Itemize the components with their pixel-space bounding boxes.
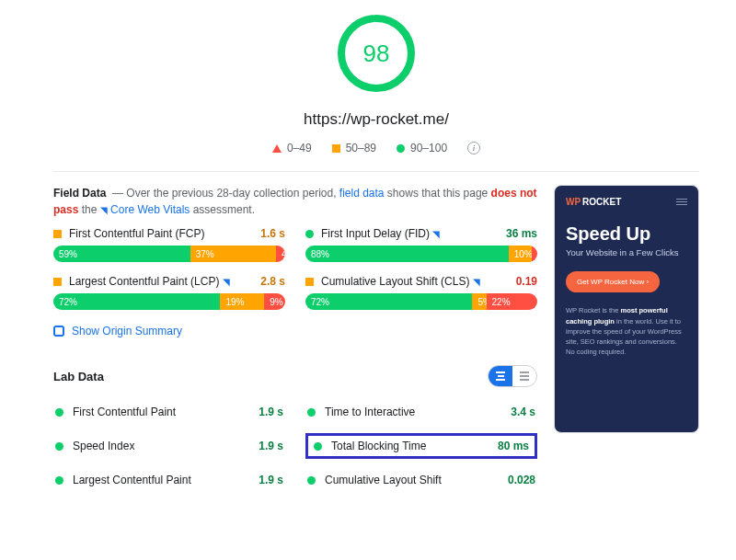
distribution-bar: 59%37%4% [53, 246, 285, 262]
metric-value: 1.9 s [259, 440, 283, 452]
field-metrics-grid: First Contentful Paint (FCP) 1.6 s 59%37… [53, 227, 537, 310]
phone-description: WP Rocket is the most powerful caching p… [566, 305, 687, 357]
field-metric: Cumulative Layout Shift (CLS) ◥ 0.19 72%… [305, 275, 537, 310]
view-toggle[interactable] [488, 365, 537, 387]
legend-poor: 0–49 [272, 142, 312, 154]
metric-value: 80 ms [498, 440, 529, 452]
field-metric: First Contentful Paint (FCP) 1.6 s 59%37… [53, 227, 285, 262]
device-preview: WP ROCKET Speed Up Your Website in a Few… [554, 185, 699, 490]
score-legend: 0–49 50–89 90–100 i [53, 142, 699, 154]
legend-good: 90–100 [397, 142, 447, 154]
lab-data-title: Lab Data [53, 370, 104, 383]
metric-value: 2.8 s [260, 275, 285, 288]
metric-value: 1.9 s [259, 474, 283, 486]
metric-name: Largest Contentful Paint (LCP) ◥ [69, 275, 253, 288]
metric-name: Cumulative Layout Shift (CLS) ◥ [321, 275, 509, 288]
status-marker-icon [53, 230, 62, 238]
flag-icon: ◥ [100, 205, 108, 215]
triangle-red-icon [272, 144, 282, 153]
circle-green-icon [55, 408, 63, 417]
flag-icon: ◥ [473, 277, 480, 287]
divider [53, 171, 699, 172]
lab-data-header: Lab Data [53, 365, 537, 387]
flag-icon: ◥ [432, 229, 440, 239]
show-origin-summary-button[interactable]: Show Origin Summary [53, 325, 537, 337]
metric-value: 36 ms [506, 227, 537, 240]
toggle-expanded[interactable] [512, 366, 536, 386]
metric-value: 0.19 [516, 275, 537, 288]
tested-url: https://wp-rocket.me/ [53, 110, 699, 129]
metric-name: Total Blocking Time [331, 440, 489, 452]
metric-value: 1.6 s [260, 227, 285, 240]
square-orange-icon [332, 144, 340, 153]
metric-name: First Input Delay (FID) ◥ [321, 227, 499, 240]
metric-name: First Contentful Paint (FCP) [69, 227, 253, 240]
field-data-link[interactable]: field data [339, 187, 385, 200]
wp-rocket-logo: WP ROCKET [566, 197, 621, 207]
circle-green-icon [55, 476, 63, 485]
metric-name: Speed Index [73, 440, 249, 452]
score-value: 98 [363, 40, 390, 68]
metric-value: 3.4 s [511, 406, 535, 418]
lab-metric: First Contentful Paint 1.9 s [53, 402, 285, 422]
phone-screenshot: WP ROCKET Speed Up Your Website in a Few… [554, 185, 699, 433]
field-data-header: Field Data — Over the previous 28-day co… [53, 185, 537, 218]
circle-green-icon [307, 476, 316, 485]
phone-subheadline: Your Website in a Few Clicks [566, 247, 687, 258]
metric-value: 0.028 [508, 474, 535, 486]
status-marker-icon [305, 278, 314, 286]
checkbox-outline-icon [53, 326, 64, 337]
phone-headline: Speed Up [566, 223, 687, 244]
phone-cta-button: Get WP Rocket Now › [566, 271, 660, 292]
lab-metric: Speed Index 1.9 s [53, 433, 285, 459]
distribution-bar: 72%5%22% [305, 293, 537, 310]
hamburger-icon [676, 199, 687, 205]
lab-metric: Cumulative Layout Shift 0.028 [305, 470, 537, 490]
circle-green-icon [397, 144, 405, 153]
lab-metrics-grid: First Contentful Paint 1.9 s Time to Int… [53, 402, 537, 490]
metric-value: 1.9 s [259, 406, 283, 418]
distribution-bar: 72%19%9% [53, 293, 285, 310]
metric-name: Largest Contentful Paint [73, 474, 249, 486]
info-icon[interactable]: i [467, 142, 480, 154]
metric-name: Cumulative Layout Shift [325, 474, 499, 486]
lab-metric: Largest Contentful Paint 1.9 s [53, 470, 285, 490]
legend-average: 50–89 [332, 142, 376, 154]
field-metric: Largest Contentful Paint (LCP) ◥ 2.8 s 7… [53, 275, 285, 310]
toggle-condensed[interactable] [489, 366, 512, 386]
lab-metric: Total Blocking Time 80 ms [305, 433, 537, 459]
core-web-vitals-link[interactable]: Core Web Vitals [110, 203, 190, 216]
flag-icon: ◥ [223, 277, 230, 287]
distribution-bar: 88%10%2% [305, 246, 537, 262]
metric-name: Time to Interactive [325, 406, 501, 418]
metric-name: First Contentful Paint [73, 406, 249, 418]
hero: 98 https://wp-rocket.me/ 0–49 50–89 90–1… [53, 0, 699, 154]
circle-green-icon [55, 442, 63, 451]
score-gauge: 98 [336, 13, 417, 94]
circle-green-icon [314, 442, 322, 451]
field-metric: First Input Delay (FID) ◥ 36 ms 88%10%2% [305, 227, 537, 262]
status-marker-icon [305, 230, 314, 238]
lab-metric: Time to Interactive 3.4 s [305, 402, 537, 422]
status-marker-icon [53, 278, 62, 286]
circle-green-icon [307, 408, 316, 417]
